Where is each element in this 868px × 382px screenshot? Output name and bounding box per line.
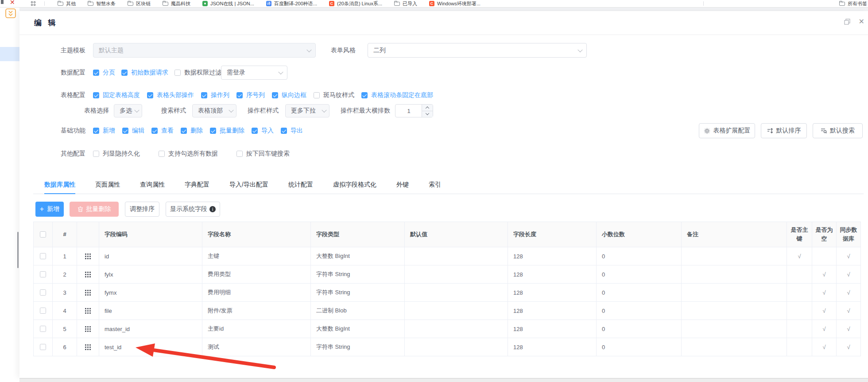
row-checkbox[interactable]	[40, 253, 46, 259]
permission-filter-select[interactable]: 需登录	[221, 66, 287, 80]
bookmark-item[interactable]: 魔晶科技	[163, 0, 190, 7]
bookmark-item[interactable]: Windows环境部署...	[429, 0, 480, 7]
cell-index: 5	[53, 320, 77, 338]
show-system-fields-label: 显示系统字段	[170, 205, 207, 213]
action-style-select[interactable]: 更多下拉	[285, 104, 329, 117]
checkbox-table-header-actions[interactable]: 表格头部操作	[147, 91, 194, 99]
tab-index[interactable]: 索引	[429, 181, 441, 194]
form-style-select[interactable]: 二列	[368, 43, 587, 58]
drag-handle-icon[interactable]	[85, 253, 86, 255]
default-sort-button[interactable]: 默认排序	[761, 123, 807, 138]
row-checkbox[interactable]	[40, 271, 46, 277]
tab-page-properties[interactable]: 页面属性	[95, 181, 120, 194]
checkbox-edit[interactable]: 编辑	[122, 127, 144, 135]
bookmark-item[interactable]: 其他	[58, 0, 76, 7]
max-rows-label: 操作栏最大横排数	[341, 104, 390, 118]
search-style-label: 搜索样式	[161, 104, 186, 118]
tab-import-export-config[interactable]: 导入/导出配置	[229, 181, 268, 194]
row-checkbox[interactable]	[40, 344, 46, 350]
checkbox-delete[interactable]: 删除	[181, 127, 203, 135]
table-select-mode-select[interactable]: 多选	[114, 104, 142, 117]
chevron-down-icon	[577, 47, 582, 52]
cell-code: fylx	[99, 265, 202, 283]
collapse-icon[interactable]	[5, 8, 16, 18]
maximize-icon[interactable]	[844, 19, 850, 25]
tab-statistics-config[interactable]: 统计配置	[288, 181, 313, 194]
checkbox-index-column[interactable]: 序号列	[236, 91, 265, 99]
checkbox-import[interactable]: 导入	[252, 127, 274, 135]
checkbox-view[interactable]: 查看	[151, 127, 174, 135]
checkbox-box	[272, 92, 278, 98]
basic-functions-label: 基础功能	[37, 123, 85, 138]
row-checkbox[interactable]	[40, 308, 46, 314]
data-config-row: 数据配置 分页 初始数据请求 数据权限过滤 需登录	[19, 66, 868, 80]
form-style-label: 表单风格	[331, 43, 356, 58]
bookmark-item[interactable]: 已导入	[394, 0, 417, 7]
stepper-down-button[interactable]	[422, 111, 433, 117]
default-search-button[interactable]: 默认搜索	[813, 123, 863, 138]
tab-foreign-key[interactable]: 外键	[396, 181, 409, 194]
scrollbar[interactable]	[17, 232, 19, 268]
bookmark-item[interactable]: (20条消息) Linux系...	[329, 0, 382, 7]
stepper-value[interactable]: 1	[395, 105, 422, 117]
checkbox-fixed-table-height[interactable]: 固定表格高度	[93, 91, 140, 99]
theme-select[interactable]: 默认主题	[93, 43, 316, 58]
cell-drag	[77, 338, 99, 356]
bookmark-item[interactable]: 百度翻译-200种语...	[266, 0, 317, 7]
checkbox-pagination[interactable]: 分页	[93, 69, 115, 77]
checkbox-select-all-data[interactable]: 支持勾选所有数据	[159, 150, 218, 158]
chevron-down-icon	[322, 108, 326, 113]
row-checkbox[interactable]	[40, 289, 46, 296]
tab-database-properties[interactable]: 数据库属性	[44, 181, 75, 194]
sidebar-selected-item[interactable]	[0, 47, 19, 61]
bookmark-item[interactable]: JSON在线 | JSON...	[202, 0, 254, 7]
close-icon[interactable]: ✕	[859, 17, 864, 26]
form-style-select-value: 二列	[373, 47, 386, 55]
drag-handle-icon[interactable]	[85, 272, 86, 273]
max-rows-stepper[interactable]: 1	[395, 104, 433, 117]
checkbox-zebra-style[interactable]: 斑马纹样式	[314, 91, 354, 99]
header-decimals: 小数位数	[597, 222, 682, 247]
checkbox-batch-delete[interactable]: 批量删除	[210, 127, 244, 135]
cell-name: 主键	[202, 247, 311, 265]
checkbox-vertical-border[interactable]: 纵向边框	[272, 91, 306, 99]
search-style-select[interactable]: 表格顶部	[192, 104, 236, 117]
bookmark-item[interactable]: 智慧水务	[88, 0, 116, 7]
checkbox-data-permission-filter[interactable]: 数据权限过滤	[174, 69, 221, 77]
stepper-up-button[interactable]	[422, 105, 433, 111]
checkbox-enter-to-search[interactable]: 按下回车键搜索	[236, 150, 290, 158]
drag-handle-icon[interactable]	[85, 326, 86, 327]
checkbox-box	[361, 92, 368, 98]
adjust-sort-button[interactable]: 调整排序	[125, 202, 159, 217]
checkbox-box	[159, 151, 165, 157]
drag-handle-icon[interactable]	[85, 344, 86, 346]
checkbox-box	[236, 92, 243, 98]
cell-remark	[682, 247, 787, 265]
drag-handle-icon[interactable]	[85, 308, 86, 309]
checkbox-column-visibility-persist[interactable]: 列显隐持久化	[93, 150, 140, 158]
checkbox-export[interactable]: 导出	[281, 127, 303, 135]
checkbox-scrollbar-fixed-bottom[interactable]: 表格滚动条固定在底部	[361, 91, 433, 99]
apps-grid-icon[interactable]	[31, 1, 35, 6]
action-style-value: 更多下拉	[291, 107, 316, 115]
add-button[interactable]: + 新增	[35, 202, 64, 217]
checkbox-initial-data-request[interactable]: 初始数据请求	[121, 69, 168, 77]
checkbox-box	[93, 151, 99, 157]
tab-virtual-field-format[interactable]: 虚拟字段格式化	[333, 181, 376, 194]
batch-delete-button[interactable]: 批量删除	[70, 202, 119, 217]
checkbox-action-column[interactable]: 操作列	[201, 91, 229, 99]
adjust-sort-label: 调整排序	[130, 205, 155, 213]
table-row: 4 file 附件/发票 二进制 Blob 128 0 √ √	[34, 302, 860, 320]
tab-dictionary-config[interactable]: 字典配置	[185, 181, 209, 194]
row-checkbox[interactable]	[40, 326, 46, 332]
checkbox-box	[174, 70, 181, 76]
drag-handle-icon[interactable]	[85, 290, 86, 291]
checkbox-add[interactable]: 新增	[93, 127, 115, 135]
table-extension-config-button[interactable]: 表格扩展配置	[699, 123, 755, 138]
select-all-checkbox[interactable]	[40, 231, 46, 238]
all-bookmarks-button[interactable]: 所有书签	[839, 0, 867, 7]
bookmark-item[interactable]: 区块链	[128, 0, 151, 7]
folder-icon	[88, 1, 93, 6]
show-system-fields-button[interactable]: 显示系统字段 i	[166, 202, 220, 217]
tab-query-properties[interactable]: 查询属性	[140, 181, 165, 194]
